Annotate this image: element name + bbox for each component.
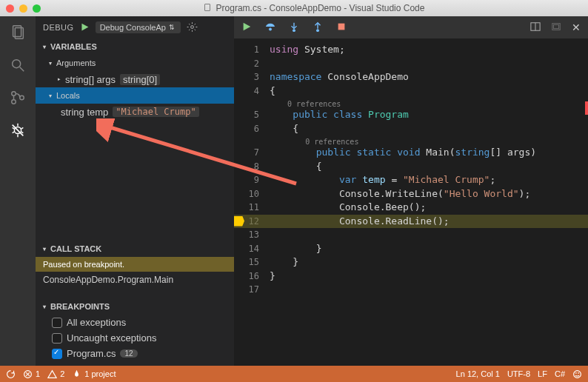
svg-marker-16 [81,23,88,30]
code-line[interactable]: } [270,242,588,256]
line-number: 11 [234,201,267,215]
line-number: 8 [234,160,267,174]
code-line[interactable]: namespace ConsoleAppDemo [270,70,588,84]
debug-config-select[interactable]: Debug ConsoleAp ⇅ [96,21,181,33]
checkbox[interactable] [52,349,62,359]
explorer-icon[interactable] [9,24,27,41]
code-line[interactable]: } [270,269,588,284]
svg-line-14 [21,132,24,133]
window-title: Program.cs - ConsoleAppDemo - Visual Stu… [216,3,425,13]
line-number: 7 [234,146,267,160]
code-line[interactable]: { [270,160,588,174]
cursor-position-status[interactable]: Ln 12, Col 1 [456,369,500,378]
sync-icon[interactable] [6,369,16,379]
checkbox[interactable] [52,333,62,344]
editor-area: ✕ 1using System;23namespace ConsoleAppDe… [234,16,588,366]
line-number: 10 [234,187,267,201]
arguments-group[interactable]: ▾Arguments [36,55,234,71]
step-over-button[interactable] [265,21,275,34]
svg-rect-24 [338,23,345,30]
checkbox[interactable] [52,318,62,328]
svg-point-19 [269,27,271,30]
split-editor-icon[interactable] [530,21,541,34]
close-editor-icon[interactable]: ✕ [572,21,581,34]
line-number: 5 [234,108,267,122]
variable-row[interactable]: string temp "Michael Crump" [36,104,234,120]
projects-status[interactable]: 1 project [72,369,116,379]
svg-point-6 [12,100,16,104]
breakpoint-row[interactable]: Program.cs12 [36,346,234,361]
code-line[interactable] [270,57,588,71]
svg-rect-0 [204,4,210,10]
errors-status[interactable]: 1 [23,369,40,379]
breakpoint-label: Program.cs [67,348,116,359]
svg-point-3 [13,60,21,68]
encoding-status[interactable]: UTF-8 [507,369,530,378]
source-control-icon[interactable] [9,89,27,107]
more-icon[interactable] [551,21,561,34]
code-line[interactable]: var temp = "Michael Crump"; [270,173,588,187]
breakpoint-label: Uncaught exceptions [67,332,156,344]
code-line[interactable]: Console.WriteLine("Hello World"); [270,187,588,201]
code-line[interactable]: { [270,122,588,136]
warnings-status[interactable]: 2 [47,369,64,379]
chevron-updown-icon: ⇅ [169,24,175,31]
breakpoint-indicator[interactable] [234,216,244,227]
code-line[interactable]: { [270,84,588,98]
line-number: 6 [234,122,267,136]
code-editor[interactable]: 1using System;23namespace ConsoleAppDemo… [234,43,588,297]
line-number: 9 [234,173,267,187]
svg-point-7 [20,96,24,100]
svg-line-13 [13,132,15,133]
code-line[interactable]: Console.ReadLine(); [234,215,588,229]
svg-line-11 [13,127,15,129]
line-number: 3 [234,70,267,84]
debug-label: DEBUG [43,23,74,32]
svg-point-23 [316,29,318,31]
locals-group[interactable]: ▾Locals [36,87,234,104]
line-number: 15 [234,255,267,269]
code-line[interactable]: public static void Main(string[] args) [270,146,588,160]
language-status[interactable]: C# [555,369,565,378]
titlebar: Program.cs - ConsoleAppDemo - Visual Stu… [0,0,588,16]
svg-rect-28 [554,24,559,28]
line-number: 14 [234,242,267,256]
stack-frame-row[interactable]: ConsoleAppDemo.Program.Main [36,272,234,288]
callstack-section-header[interactable]: ▾CALL STACK [36,241,234,257]
code-line[interactable]: public class Program [270,108,588,122]
continue-button[interactable] [241,21,252,34]
debug-icon[interactable] [9,121,27,139]
search-icon[interactable] [9,56,27,74]
variable-row[interactable]: ▸ string[] args string[0] [36,71,234,87]
svg-point-35 [578,372,579,374]
code-line[interactable]: using System; [270,43,588,57]
settings-gear-icon[interactable] [187,21,198,34]
activity-bar [0,16,36,366]
feedback-icon[interactable] [572,369,582,379]
status-bar: 1 2 1 project Ln 12, Col 1 UTF-8 LF C# [0,366,588,382]
svg-line-12 [21,127,24,129]
line-number: 2 [234,57,267,71]
close-window[interactable] [6,4,14,13]
breakpoints-section-header[interactable]: ▾BREAKPOINTS [36,298,234,315]
code-line[interactable] [270,283,588,297]
debug-toolbar: ✕ [234,16,588,38]
debug-config-bar: DEBUG Debug ConsoleAp ⇅ [36,16,234,38]
breakpoint-row[interactable]: Uncaught exceptions [36,330,234,346]
breakpoint-row[interactable]: All exceptions [36,315,234,330]
minimize-window[interactable] [19,4,27,13]
eol-status[interactable]: LF [538,369,547,378]
code-line[interactable]: } [270,255,588,269]
line-badge: 12 [120,349,137,358]
start-debug-button[interactable] [80,22,90,33]
step-into-button[interactable] [289,21,299,34]
step-out-button[interactable] [313,21,323,34]
code-line[interactable]: Console.Beep(); [270,201,588,215]
code-line[interactable] [270,228,588,242]
variables-section-header[interactable]: ▾VARIABLES [36,38,234,55]
svg-point-34 [575,372,577,374]
maximize-window[interactable] [33,4,41,13]
stop-button[interactable] [336,21,347,34]
window-controls [6,4,41,13]
svg-point-21 [293,29,295,31]
